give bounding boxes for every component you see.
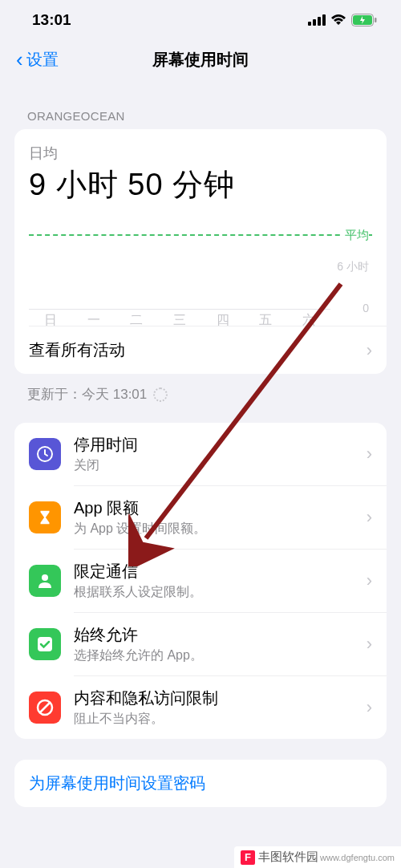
chevron-right-icon: ›: [367, 507, 372, 528]
chevron-right-icon: ›: [367, 570, 372, 591]
nosign-icon: [29, 692, 61, 724]
watermark-name: 丰图软件园: [258, 850, 318, 865]
y-tick-6: 6 小时: [337, 260, 369, 274]
chevron-right-icon: ›: [367, 697, 372, 718]
svg-rect-9: [38, 637, 52, 651]
section-header: ORANGEOCEAN: [0, 85, 401, 129]
updated-row: 更新于：今天 13:01: [0, 374, 401, 418]
settings-row-nosign[interactable]: 内容和隐私访问限制阻止不当内容。›: [14, 676, 387, 739]
row-subtitle: 为 App 设置时间限额。: [74, 521, 367, 537]
summary-card: 日均 9 小时 50 分钟 平均 6 小时 0 日一二三四五六 查看所有活动 ›: [14, 129, 387, 374]
hourglass-icon: [29, 501, 61, 533]
settings-list: 停用时间关闭›App 限额为 App 设置时间限额。›限定通信根据联系人设定限制…: [14, 423, 387, 739]
clock-icon: [29, 438, 61, 470]
row-title: 始终允许: [74, 624, 367, 646]
back-label: 设置: [26, 49, 59, 71]
nav-bar: ‹ 设置 屏幕使用时间: [0, 40, 401, 85]
settings-row-person[interactable]: 限定通信根据联系人设定限制。›: [14, 550, 387, 612]
back-button[interactable]: ‹ 设置: [16, 47, 59, 72]
wifi-icon: [330, 14, 346, 26]
svg-rect-1: [313, 19, 316, 26]
row-subtitle: 选择始终允许的 App。: [74, 647, 367, 664]
set-passcode-row[interactable]: 为屏幕使用时间设置密码: [14, 760, 387, 807]
check-icon: [29, 628, 61, 660]
chevron-right-icon: ›: [367, 634, 372, 655]
set-passcode-label: 为屏幕使用时间设置密码: [29, 774, 205, 792]
svg-rect-2: [318, 17, 321, 26]
watermark: F 丰图软件园 www.dgfengtu.com: [234, 846, 401, 868]
avg-label: 日均: [29, 144, 372, 163]
y-tick-0: 0: [363, 302, 369, 314]
chevron-right-icon: ›: [367, 444, 372, 464]
see-all-activity-row[interactable]: 查看所有活动 ›: [14, 327, 387, 374]
average-line-label: 平均: [342, 228, 369, 243]
svg-rect-6: [375, 18, 377, 22]
chevron-right-icon: ›: [367, 340, 372, 361]
row-subtitle: 关闭: [74, 457, 367, 474]
settings-row-clock[interactable]: 停用时间关闭›: [14, 423, 387, 485]
cellular-icon: [308, 14, 326, 26]
usage-chart: 平均 6 小时 0 日一二三四五六: [29, 221, 372, 326]
spinner-icon: [153, 387, 168, 402]
watermark-logo-icon: F: [241, 850, 255, 865]
svg-point-8: [42, 574, 48, 581]
row-title: App 限额: [74, 497, 367, 519]
watermark-url: www.dgfengtu.com: [320, 853, 395, 862]
row-subtitle: 阻止不当内容。: [74, 711, 367, 728]
status-icons: [308, 14, 377, 26]
svg-rect-0: [308, 22, 311, 26]
settings-row-check[interactable]: 始终允许选择始终允许的 App。›: [14, 613, 387, 675]
battery-charging-icon: [351, 14, 377, 26]
status-time: 13:01: [32, 11, 71, 29]
svg-line-11: [40, 703, 50, 712]
row-subtitle: 根据联系人设定限制。: [74, 584, 367, 601]
see-all-label: 查看所有活动: [29, 339, 367, 361]
avg-value: 9 小时 50 分钟: [29, 164, 372, 205]
chevron-left-icon: ‹: [16, 47, 23, 72]
status-bar: 13:01: [0, 0, 401, 40]
average-line: [29, 234, 372, 236]
row-title: 内容和隐私访问限制: [74, 688, 367, 709]
settings-row-hourglass[interactable]: App 限额为 App 设置时间限额。›: [14, 486, 387, 549]
row-title: 停用时间: [74, 434, 367, 456]
row-title: 限定通信: [74, 561, 367, 582]
person-icon: [29, 565, 61, 597]
page-title: 屏幕使用时间: [152, 49, 249, 71]
updated-label: 更新于：今天 13:01: [27, 385, 147, 404]
chart-block[interactable]: 日均 9 小时 50 分钟 平均 6 小时 0 日一二三四五六: [14, 129, 387, 326]
svg-rect-3: [322, 14, 326, 26]
